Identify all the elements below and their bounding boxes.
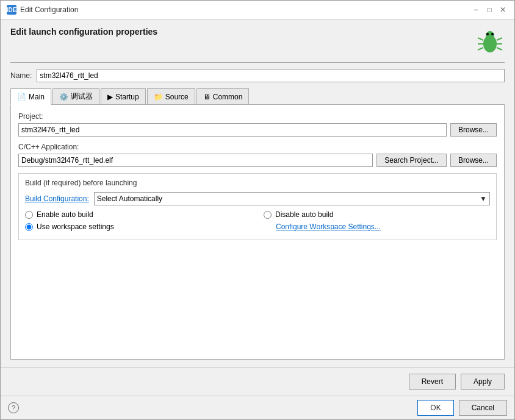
header-separator — [10, 62, 505, 63]
app-row: Search Project... Browse... — [18, 154, 497, 167]
tab-source[interactable]: 📁 Source — [147, 88, 195, 104]
window-title: Edit Configuration — [20, 5, 78, 14]
left-col: Enable auto build Use workspace settings — [25, 210, 251, 235]
title-bar-controls: − □ ✕ — [470, 4, 508, 15]
radio-columns: Enable auto build Use workspace settings… — [25, 210, 490, 235]
tab-content-main: Project: Browse... C/C++ Application: Se… — [10, 105, 505, 360]
disable-auto-build-label: Disable auto build — [275, 210, 333, 219]
footer-buttons: OK Cancel — [417, 400, 507, 416]
configure-workspace-link[interactable]: Configure Workspace Settings... — [276, 222, 381, 231]
dialog-body: Edit launch configuration properties Nam… — [1, 20, 514, 367]
debug-tab-label: 调试器 — [71, 91, 93, 102]
title-bar-left: IDE Edit Configuration — [7, 5, 78, 15]
dialog-header: Edit launch configuration properties — [10, 27, 505, 56]
apply-button[interactable]: Apply — [461, 374, 505, 390]
revert-button[interactable]: Revert — [409, 374, 456, 390]
build-config-value: Select Automatically — [97, 194, 162, 203]
tab-debug[interactable]: ⚙️ 调试器 — [52, 88, 99, 104]
ide-icon: IDE — [7, 5, 16, 15]
main-tab-icon: 📄 — [17, 93, 26, 101]
dialog-title: Edit launch configuration properties — [10, 27, 157, 37]
svg-point-8 — [486, 33, 489, 35]
search-project-button[interactable]: Search Project... — [376, 154, 447, 167]
debug-tab-icon: ⚙️ — [59, 93, 68, 101]
help-icon[interactable]: ? — [8, 402, 19, 413]
app-input[interactable] — [18, 154, 373, 167]
build-config-dropdown[interactable]: Select Automatically ▼ — [94, 192, 490, 205]
chevron-down-icon: ▼ — [480, 194, 487, 203]
disable-auto-build-row: Disable auto build — [264, 210, 490, 219]
name-label: Name: — [10, 71, 32, 80]
startup-tab-label: Startup — [115, 93, 139, 101]
minimize-button[interactable]: − — [470, 4, 481, 15]
name-input[interactable] — [37, 69, 505, 82]
svg-line-5 — [497, 38, 502, 40]
svg-line-4 — [478, 48, 483, 50]
use-workspace-label: Use workspace settings — [37, 222, 114, 231]
build-section-title: Build (if required) before launching — [25, 179, 490, 187]
tabs-bar: 📄 Main ⚙️ 调试器 ▶ Startup 📁 Source 🖥 Commo… — [10, 88, 505, 105]
build-config-link[interactable]: Build Configuration: — [25, 194, 89, 203]
project-browse-button[interactable]: Browse... — [450, 123, 497, 137]
enable-auto-build-radio[interactable] — [25, 211, 33, 219]
enable-auto-build-label: Enable auto build — [37, 210, 93, 219]
tab-startup[interactable]: ▶ Startup — [101, 88, 146, 104]
cancel-button[interactable]: Cancel — [459, 400, 507, 416]
startup-tab-icon: ▶ — [107, 93, 113, 101]
configure-workspace-row: Configure Workspace Settings... — [264, 222, 490, 231]
bug-icon — [475, 27, 505, 56]
name-row: Name: — [10, 69, 505, 82]
edit-configuration-dialog: IDE Edit Configuration − □ ✕ Edit launch… — [0, 0, 515, 420]
build-section: Build (if required) before launching Bui… — [18, 173, 497, 240]
title-bar: IDE Edit Configuration − □ ✕ — [1, 1, 514, 20]
main-tab-label: Main — [29, 93, 45, 101]
svg-point-1 — [486, 31, 494, 40]
ok-button[interactable]: OK — [417, 400, 453, 416]
use-workspace-radio[interactable] — [25, 223, 33, 231]
tab-common[interactable]: 🖥 Common — [196, 88, 250, 104]
common-tab-icon: 🖥 — [203, 93, 211, 101]
svg-line-7 — [497, 48, 502, 50]
enable-auto-build-row: Enable auto build — [25, 210, 251, 219]
project-label: Project: — [18, 112, 497, 121]
close-button[interactable]: ✕ — [497, 4, 508, 15]
project-row: Browse... — [18, 123, 497, 137]
tab-main[interactable]: 📄 Main — [10, 88, 51, 105]
dialog-footer: ? OK Cancel — [1, 396, 514, 419]
right-col: Disable auto build Configure Workspace S… — [264, 210, 490, 235]
maximize-button[interactable]: □ — [484, 4, 495, 15]
app-label: C/C++ Application: — [18, 143, 497, 151]
common-tab-label: Common — [213, 93, 243, 101]
source-tab-icon: 📁 — [154, 93, 163, 101]
svg-line-2 — [478, 38, 483, 40]
disable-auto-build-radio[interactable] — [264, 211, 272, 219]
bottom-buttons: Revert Apply — [1, 367, 514, 396]
project-input[interactable] — [18, 123, 447, 137]
source-tab-label: Source — [165, 93, 189, 101]
use-workspace-row: Use workspace settings — [25, 222, 251, 231]
app-browse-button[interactable]: Browse... — [450, 154, 497, 167]
build-config-row: Build Configuration: Select Automaticall… — [25, 192, 490, 205]
svg-point-9 — [491, 33, 494, 35]
